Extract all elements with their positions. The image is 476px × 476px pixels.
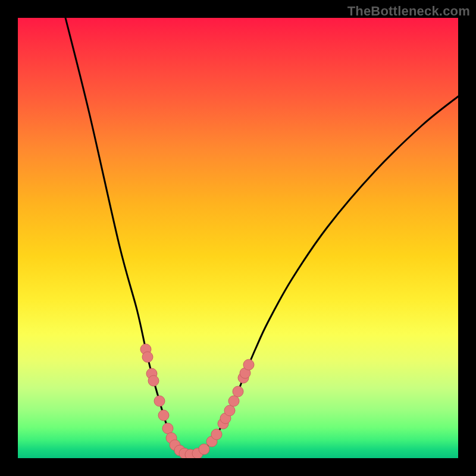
left-branch-markers — [140, 344, 203, 458]
data-point — [211, 429, 222, 440]
chart-svg — [18, 18, 458, 458]
data-point — [228, 396, 239, 406]
data-point — [142, 352, 153, 362]
plot-area — [18, 18, 458, 458]
data-point — [224, 405, 235, 416]
curve-layer — [65, 18, 458, 455]
data-point — [162, 423, 173, 434]
data-point — [154, 396, 165, 406]
right-branch-markers — [199, 359, 254, 455]
data-point — [148, 375, 159, 386]
bottleneck-curve — [65, 18, 458, 455]
outer-frame: TheBottleneck.com — [0, 0, 476, 476]
watermark-text: TheBottleneck.com — [347, 4, 470, 19]
data-point — [158, 410, 169, 421]
data-point — [243, 359, 254, 370]
data-point — [233, 386, 243, 397]
